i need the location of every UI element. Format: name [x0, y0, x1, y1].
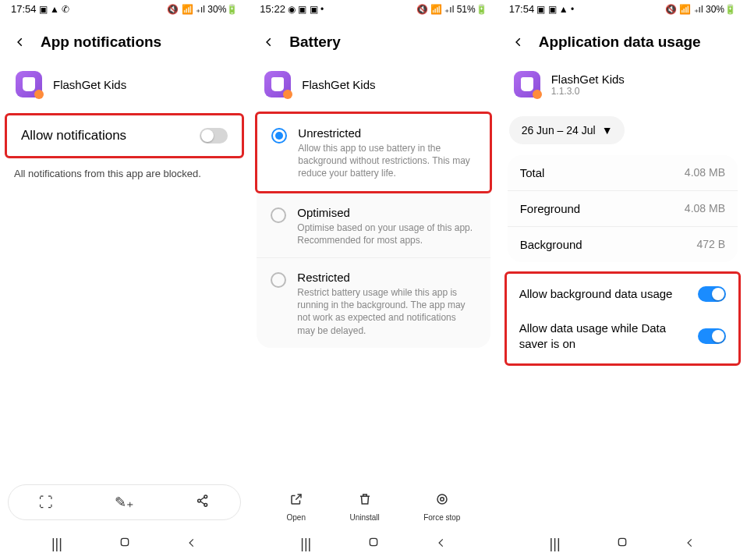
status-right-icons: 🔇 📶 ₊ıl 51%🔋 [416, 4, 487, 15]
status-left-icons: ▣ ▣ ▲ • [536, 4, 574, 15]
header: App notifications [0, 16, 249, 65]
option-restricted[interactable]: Restricted Restrict battery usage while … [257, 258, 490, 348]
radio-unrestricted[interactable] [271, 128, 287, 144]
app-row: FlashGet Kids [249, 65, 497, 104]
system-nav: ||| [498, 525, 747, 560]
allow-notifications-toggle[interactable] [200, 128, 228, 144]
back-button[interactable] [12, 34, 28, 50]
status-right-icons: 🔇 📶 ₊ıl 30%🔋 [665, 4, 736, 15]
system-nav: ||| [249, 525, 497, 560]
row-background: Background 472 B [508, 227, 738, 262]
notifications-info: All notifications from this app are bloc… [0, 158, 249, 189]
row-label: Background [520, 238, 582, 251]
page-title: App notifications [41, 34, 161, 51]
usage-card: Total 4.08 MB Foreground 4.08 MB Backgro… [508, 155, 738, 262]
svg-point-7 [441, 498, 444, 502]
row-total: Total 4.08 MB [508, 155, 738, 191]
open-label: Open [287, 513, 306, 522]
row-value: 4.08 MB [685, 202, 725, 215]
edit-icon[interactable]: ✎₊ [115, 494, 134, 511]
highlight-data-toggles: Allow background data usage Allow data u… [504, 271, 741, 366]
nav-home-icon[interactable] [616, 536, 628, 552]
app-icon [16, 71, 42, 97]
uninstall-label: Uninstall [349, 513, 379, 522]
nav-home-icon[interactable] [119, 536, 131, 552]
open-icon [289, 492, 303, 510]
option-title: Restricted [297, 271, 476, 284]
toggle-datasaver-label: Allow data usage while Data saver is on [519, 321, 689, 351]
app-name: FlashGet Kids [53, 78, 126, 91]
nav-back-icon[interactable] [436, 536, 447, 552]
row-label: Foreground [520, 202, 581, 215]
trash-icon [358, 492, 372, 510]
option-title: Unrestricted [298, 126, 475, 140]
svg-rect-5 [121, 538, 128, 545]
svg-rect-9 [619, 538, 626, 545]
toggle-bg-data-switch[interactable] [698, 286, 726, 302]
allow-notifications-label: Allow notifications [21, 128, 126, 144]
battery-options-card: Optimised Optimise based on your usage o… [257, 193, 490, 348]
status-bar: 17:54 ▣ ▲ ✆ 🔇 📶 ₊ıl 30%🔋 [0, 0, 249, 16]
forcestop-button[interactable]: Force stop [423, 492, 460, 522]
radio-optimised[interactable] [271, 207, 286, 223]
toggle-datasaver[interactable]: Allow data usage while Data saver is on [512, 311, 734, 360]
allow-notifications-row[interactable]: Allow notifications [7, 115, 242, 156]
status-time: 15:22 [260, 3, 285, 15]
status-time: 17:54 [509, 3, 535, 15]
status-left-icons: ▣ ▲ ✆ [39, 4, 70, 15]
screen-battery: 15:22 ◉ ▣ ▣ • 🔇 📶 ₊ıl 51%🔋 Battery Flash… [249, 0, 497, 560]
stop-icon [435, 492, 449, 510]
toggle-bg-data-label: Allow background data usage [519, 286, 689, 302]
date-range-chip[interactable]: 26 Jun – 24 Jul ▼ [509, 116, 625, 144]
status-right-icons: 🔇 📶 ₊ıl 30%🔋 [167, 4, 238, 15]
option-optimised[interactable]: Optimised Optimise based on your usage o… [257, 193, 490, 258]
nav-recents-icon[interactable]: ||| [550, 536, 561, 552]
crop-icon[interactable]: ⛶ [39, 494, 53, 511]
highlight-allow-notifications: Allow notifications [5, 113, 244, 158]
app-version: 1.1.3.0 [551, 86, 625, 97]
row-value: 4.08 MB [685, 166, 725, 179]
app-actions: Open Uninstall Force stop [249, 486, 497, 525]
uninstall-button[interactable]: Uninstall [349, 492, 379, 522]
status-bar: 15:22 ◉ ▣ ▣ • 🔇 📶 ₊ıl 51%🔋 [249, 0, 497, 16]
back-button[interactable] [261, 34, 277, 50]
toggle-bg-data[interactable]: Allow background data usage [512, 277, 734, 311]
nav-back-icon[interactable] [186, 536, 197, 552]
back-button[interactable] [511, 34, 526, 50]
app-name: FlashGet Kids [302, 78, 375, 91]
app-row: FlashGet Kids 1.1.3.0 [498, 65, 747, 104]
option-desc: Allow this app to use battery in the bac… [298, 142, 475, 180]
option-title: Optimised [297, 206, 476, 219]
row-value: 472 B [696, 238, 725, 251]
screen-app-notifications: 17:54 ▣ ▲ ✆ 🔇 📶 ₊ıl 30%🔋 App notificatio… [0, 0, 249, 560]
row-foreground: Foreground 4.08 MB [508, 191, 738, 227]
app-icon [264, 71, 291, 97]
status-bar: 17:54 ▣ ▣ ▲ • 🔇 📶 ₊ıl 30%🔋 [498, 0, 747, 16]
nav-back-icon[interactable] [685, 536, 696, 552]
svg-rect-8 [370, 538, 377, 545]
status-left-icons: ◉ ▣ ▣ • [288, 4, 324, 15]
status-time: 17:54 [11, 3, 37, 15]
row-label: Total [520, 166, 545, 179]
page-title: Battery [289, 34, 340, 51]
nav-recents-icon[interactable]: ||| [51, 536, 62, 552]
app-row: FlashGet Kids [0, 65, 249, 104]
toggle-datasaver-switch[interactable] [698, 328, 726, 344]
app-icon [514, 71, 540, 97]
nav-recents-icon[interactable]: ||| [300, 536, 311, 552]
nav-home-icon[interactable] [367, 536, 380, 552]
share-icon[interactable] [196, 494, 210, 512]
option-desc: Optimise based on your usage of this app… [297, 222, 476, 246]
open-button[interactable]: Open [287, 492, 306, 522]
header: Battery [249, 16, 497, 65]
radio-restricted[interactable] [271, 272, 286, 288]
share-bar: ⛶ ✎₊ [8, 484, 241, 520]
option-unrestricted[interactable]: Unrestricted Allow this app to use batte… [257, 114, 489, 191]
header: Application data usage [498, 16, 747, 65]
highlight-unrestricted: Unrestricted Allow this app to use batte… [255, 112, 491, 193]
screen-data-usage: 17:54 ▣ ▣ ▲ • 🔇 📶 ₊ıl 30%🔋 Application d… [498, 0, 747, 560]
option-desc: Restrict battery usage while this app is… [297, 286, 476, 337]
page-title: Application data usage [539, 34, 701, 51]
svg-point-6 [437, 494, 447, 504]
date-range-label: 26 Jun – 24 Jul [522, 124, 596, 136]
